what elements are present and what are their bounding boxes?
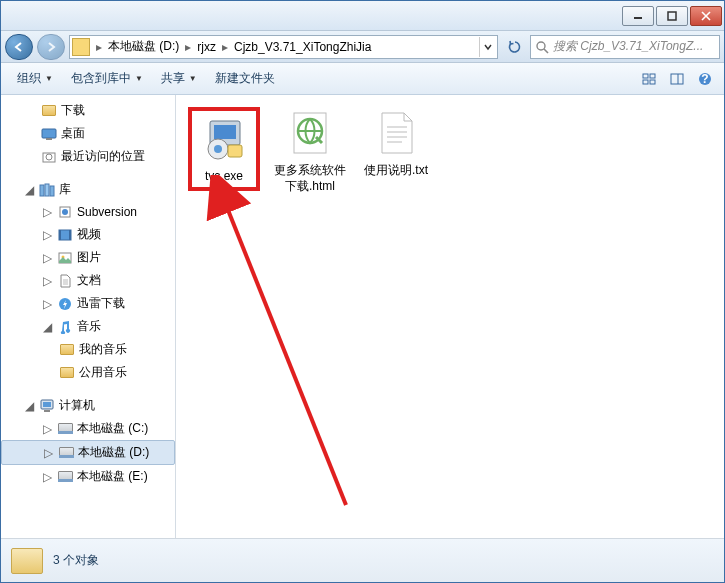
expand-arrow-icon[interactable]: ◢ <box>23 399 35 413</box>
sidebar-item-thunder[interactable]: ▷ 迅雷下载 <box>1 292 175 315</box>
sidebar-item-public-music[interactable]: 公用音乐 <box>1 361 175 384</box>
tree-label: 本地磁盘 (D:) <box>78 444 149 461</box>
sidebar-item-computer[interactable]: ◢ 计算机 <box>1 394 175 417</box>
expand-arrow-icon[interactable]: ▷ <box>41 251 53 265</box>
sidebar-item-documents[interactable]: ▷ 文档 <box>1 269 175 292</box>
file-item-tvc-exe[interactable]: tvc.exe <box>188 107 260 191</box>
chevron-down-icon <box>484 43 492 51</box>
caret-down-icon: ▼ <box>45 74 53 83</box>
svg-point-4 <box>537 42 545 50</box>
close-button[interactable] <box>690 6 722 26</box>
expand-arrow-icon[interactable]: ▷ <box>41 274 53 288</box>
maximize-button[interactable] <box>656 6 688 26</box>
statusbar: 3 个对象 <box>1 538 724 582</box>
drive-icon <box>72 38 90 56</box>
sidebar-item-downloads[interactable]: 下载 <box>1 99 175 122</box>
file-item-more-software-html[interactable]: 更多系统软件下载.html <box>274 107 346 194</box>
drive-icon <box>58 471 73 482</box>
include-in-library-menu[interactable]: 包含到库中▼ <box>63 66 151 91</box>
nav-forward-button[interactable] <box>37 34 65 60</box>
expand-arrow-icon[interactable]: ◢ <box>23 183 35 197</box>
minimize-button[interactable] <box>622 6 654 26</box>
file-item-readme-txt[interactable]: 使用说明.txt <box>360 107 432 179</box>
tree-label: 桌面 <box>61 125 85 142</box>
caret-down-icon: ▼ <box>189 74 197 83</box>
tree-label: 本地磁盘 (C:) <box>77 420 148 437</box>
expand-arrow-icon[interactable]: ▷ <box>42 446 54 460</box>
share-label: 共享 <box>161 70 185 87</box>
svg-rect-24 <box>59 230 61 240</box>
include-label: 包含到库中 <box>71 70 131 87</box>
expand-arrow-icon[interactable]: ▷ <box>41 205 53 219</box>
tree-label: 库 <box>59 181 71 198</box>
expand-arrow-icon[interactable]: ▷ <box>41 297 53 311</box>
organize-menu[interactable]: 组织▼ <box>9 66 61 91</box>
exe-icon <box>198 113 250 165</box>
chevron-right-icon[interactable]: ▸ <box>220 40 230 54</box>
sidebar-item-pictures[interactable]: ▷ 图片 <box>1 246 175 269</box>
documents-icon <box>57 273 73 289</box>
sidebar-item-drive-e[interactable]: ▷ 本地磁盘 (E:) <box>1 465 175 488</box>
tree-label: 本地磁盘 (E:) <box>77 468 148 485</box>
sidebar-item-drive-d[interactable]: ▷ 本地磁盘 (D:) <box>1 440 175 465</box>
file-label: 使用说明.txt <box>364 163 428 179</box>
view-options-icon <box>641 71 657 87</box>
chevron-right-icon[interactable]: ▸ <box>94 40 104 54</box>
sidebar-item-subversion[interactable]: ▷ Subversion <box>1 201 175 223</box>
svg-line-47 <box>226 205 346 505</box>
computer-icon <box>39 398 55 414</box>
folder-icon <box>60 344 74 355</box>
tree-label: 下载 <box>61 102 85 119</box>
crumb-current-folder[interactable]: Cjzb_V3.71_XiTongZhiJia <box>230 40 375 54</box>
annotation-arrow <box>196 175 496 538</box>
preview-pane-icon <box>669 71 685 87</box>
svg-rect-33 <box>43 402 51 407</box>
file-label: 更多系统软件下载.html <box>274 163 346 194</box>
tree-label: 音乐 <box>77 318 101 335</box>
svg-rect-6 <box>643 74 648 78</box>
recent-icon <box>41 149 57 165</box>
sidebar-item-drive-c[interactable]: ▷ 本地磁盘 (C:) <box>1 417 175 440</box>
chevron-right-icon[interactable]: ▸ <box>183 40 193 54</box>
view-options-button[interactable] <box>638 68 660 90</box>
svg-rect-19 <box>45 184 49 196</box>
search-input[interactable]: 搜索 Cjzb_V3.71_XiTongZ... <box>530 35 720 59</box>
help-button[interactable]: ? <box>694 68 716 90</box>
library-icon <box>39 182 55 198</box>
breadcrumb[interactable]: ▸ 本地磁盘 (D:) ▸ rjxz ▸ Cjzb_V3.71_XiTongZh… <box>69 35 498 59</box>
svg-rect-20 <box>50 186 54 196</box>
pictures-icon <box>57 250 73 266</box>
sidebar-item-videos[interactable]: ▷ 视频 <box>1 223 175 246</box>
nav-back-button[interactable] <box>5 34 33 60</box>
expand-arrow-icon[interactable]: ◢ <box>41 320 53 334</box>
refresh-button[interactable] <box>504 36 526 58</box>
navigation-pane[interactable]: 下载 桌面 最近访问的位置 ◢ 库 ▷ Subversion <box>1 95 176 538</box>
status-count: 3 个对象 <box>53 552 99 569</box>
sidebar-item-libraries[interactable]: ◢ 库 <box>1 178 175 201</box>
crumb-drive-d[interactable]: 本地磁盘 (D:) <box>104 38 183 55</box>
tree-label: 计算机 <box>59 397 95 414</box>
crumb-rjxz[interactable]: rjxz <box>193 40 220 54</box>
svg-rect-14 <box>42 129 56 138</box>
new-folder-button[interactable]: 新建文件夹 <box>207 66 283 91</box>
sidebar-item-music[interactable]: ◢ 音乐 <box>1 315 175 338</box>
address-dropdown-button[interactable] <box>479 37 495 57</box>
svg-rect-15 <box>46 138 52 140</box>
html-icon <box>284 107 336 159</box>
preview-pane-button[interactable] <box>666 68 688 90</box>
svg-rect-18 <box>40 185 44 196</box>
svg-rect-1 <box>668 12 676 20</box>
toolbar: 组织▼ 包含到库中▼ 共享▼ 新建文件夹 ? <box>1 63 724 95</box>
refresh-icon <box>508 40 522 54</box>
explorer-window: ▸ 本地磁盘 (D:) ▸ rjxz ▸ Cjzb_V3.71_XiTongZh… <box>0 0 725 583</box>
sidebar-item-recent[interactable]: 最近访问的位置 <box>1 145 175 168</box>
expand-arrow-icon[interactable]: ▷ <box>41 228 53 242</box>
expand-arrow-icon[interactable]: ▷ <box>41 470 53 484</box>
drive-icon <box>58 423 73 434</box>
sidebar-item-my-music[interactable]: 我的音乐 <box>1 338 175 361</box>
share-menu[interactable]: 共享▼ <box>153 66 205 91</box>
file-list-pane[interactable]: tvc.exe 更多系统软件下载.html 使用说明.txt <box>176 95 724 538</box>
sidebar-item-desktop[interactable]: 桌面 <box>1 122 175 145</box>
expand-arrow-icon[interactable]: ▷ <box>41 422 53 436</box>
tree-label: 图片 <box>77 249 101 266</box>
